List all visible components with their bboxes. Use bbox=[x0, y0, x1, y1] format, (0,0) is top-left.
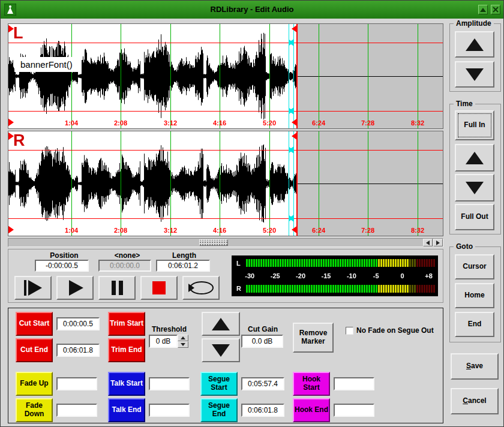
time-group: Time Full In Full Out bbox=[449, 104, 501, 234]
none-marker-field: 0:00:00.0 bbox=[98, 260, 151, 272]
shade-icon bbox=[480, 8, 486, 12]
talk-start-button[interactable]: Talk Start bbox=[108, 372, 145, 396]
waveform-panel-left: L bannerFont() bbox=[8, 23, 443, 129]
threshold-spin-up-button[interactable] bbox=[178, 335, 188, 341]
time-zoom-in-icon bbox=[466, 152, 484, 164]
goto-end-button[interactable]: End bbox=[455, 312, 494, 337]
hook-end-field[interactable] bbox=[334, 404, 374, 417]
scroll-left-button[interactable] bbox=[423, 239, 433, 246]
segue-end-field[interactable]: 0:06:01.8 bbox=[241, 404, 284, 417]
remove-marker-button[interactable]: Remove Marker bbox=[293, 323, 334, 353]
close-icon bbox=[493, 7, 499, 13]
scroll-right-icon bbox=[436, 240, 440, 245]
fade-up-field[interactable] bbox=[56, 377, 97, 390]
talk-end-field[interactable] bbox=[149, 404, 190, 417]
threshold-spinbox[interactable]: 0 dB bbox=[149, 335, 188, 348]
left-channel-label: L bbox=[13, 24, 23, 43]
scrollbar-thumb[interactable] bbox=[199, 239, 228, 246]
talk-end-button[interactable]: Talk End bbox=[108, 398, 145, 422]
cut-gain-label: Cut Gain bbox=[240, 325, 286, 333]
hook-start-field[interactable] bbox=[334, 377, 374, 390]
edit-audio-window: RDLibrary - Edit Audio L bannerFont() R … bbox=[0, 0, 504, 427]
save-button-label: Save bbox=[466, 362, 483, 371]
play-from-start-button[interactable] bbox=[14, 276, 52, 300]
amplitude-group: Amplitude bbox=[449, 23, 501, 92]
play-icon bbox=[62, 278, 88, 297]
gain-down-icon bbox=[212, 344, 230, 357]
goto-cursor-button[interactable]: Cursor bbox=[455, 254, 494, 279]
play-from-start-icon bbox=[20, 278, 46, 297]
time-zoom-in-button[interactable] bbox=[455, 144, 494, 172]
length-label: Length bbox=[154, 251, 214, 260]
cut-end-button[interactable]: Cut End bbox=[16, 338, 53, 362]
threshold-label: Threshold bbox=[145, 325, 193, 333]
segue-start-field[interactable]: 0:05:57.4 bbox=[241, 377, 284, 390]
none-marker-label: <none> bbox=[97, 251, 157, 260]
waveform-canvas-left[interactable] bbox=[8, 24, 443, 128]
pause-button[interactable] bbox=[98, 276, 136, 300]
full-out-button[interactable]: Full Out bbox=[455, 204, 494, 230]
threshold-field[interactable]: 0 dB bbox=[149, 335, 178, 348]
stop-icon bbox=[146, 278, 172, 297]
waveform-panel-right: R bbox=[8, 131, 443, 236]
position-label: Position bbox=[31, 251, 97, 260]
segue-end-button[interactable]: Segue End bbox=[200, 398, 238, 422]
cut-gain-field[interactable]: 0.0 dB bbox=[241, 335, 283, 348]
gain-down-button[interactable] bbox=[202, 338, 240, 362]
trim-start-button[interactable]: Trim Start bbox=[108, 312, 145, 336]
segue-start-button[interactable]: Segue Start bbox=[200, 372, 238, 396]
fade-down-field[interactable] bbox=[56, 404, 97, 417]
talk-start-field[interactable] bbox=[149, 377, 190, 390]
banner-label: bannerFont() bbox=[14, 57, 79, 72]
amplitude-down-icon bbox=[466, 68, 484, 81]
cut-end-field[interactable]: 0:06:01.8 bbox=[56, 344, 100, 357]
no-fade-checkbox[interactable] bbox=[346, 327, 353, 335]
loop-button[interactable] bbox=[182, 276, 220, 300]
stop-button[interactable] bbox=[140, 276, 178, 300]
amplitude-up-icon bbox=[466, 38, 484, 51]
play-button[interactable] bbox=[56, 276, 94, 300]
waveform-scrollbar[interactable] bbox=[8, 238, 443, 247]
cut-start-field[interactable]: 0:00:00.5 bbox=[56, 317, 100, 330]
loop-icon bbox=[187, 278, 215, 297]
amplitude-group-label: Amplitude bbox=[454, 19, 494, 28]
close-button[interactable] bbox=[491, 5, 500, 14]
no-fade-checkbox-label: No Fade on Segue Out bbox=[356, 326, 446, 335]
pause-icon bbox=[104, 278, 130, 297]
markers-panel: Cut Start 0:00:00.5 Trim Start Threshold… bbox=[8, 308, 443, 423]
cut-start-button[interactable]: Cut Start bbox=[16, 312, 53, 336]
audio-meter bbox=[232, 255, 438, 296]
gain-up-icon bbox=[212, 318, 230, 330]
position-field[interactable]: -0:00:00.5 bbox=[35, 260, 89, 272]
amplitude-down-button[interactable] bbox=[455, 61, 494, 88]
titlebar[interactable]: RDLibrary - Edit Audio bbox=[1, 1, 503, 19]
spin-down-icon bbox=[181, 343, 185, 346]
spin-up-icon bbox=[181, 336, 185, 339]
trim-end-button[interactable]: Trim End bbox=[108, 338, 145, 362]
window-title: RDLibrary - Edit Audio bbox=[1, 1, 503, 19]
scroll-left-icon bbox=[426, 240, 430, 245]
right-channel-label: R bbox=[13, 131, 25, 150]
threshold-spin-down-button[interactable] bbox=[178, 341, 188, 348]
waveform-canvas-right[interactable] bbox=[8, 131, 443, 236]
cancel-button[interactable]: Cancel bbox=[451, 388, 499, 414]
time-zoom-out-button[interactable] bbox=[455, 174, 494, 202]
amplitude-up-button[interactable] bbox=[455, 31, 494, 58]
goto-group: Goto Cursor Home End bbox=[449, 246, 501, 342]
full-in-button[interactable]: Full In bbox=[455, 110, 494, 140]
shade-button[interactable] bbox=[478, 5, 488, 14]
length-field[interactable]: 0:06:01.2 bbox=[156, 260, 210, 272]
time-group-label: Time bbox=[454, 100, 475, 108]
save-button[interactable]: Save bbox=[451, 353, 499, 380]
fade-down-button[interactable]: Fade Down bbox=[16, 398, 53, 422]
hook-end-button[interactable]: Hook End bbox=[293, 398, 330, 422]
audio-meter-canvas bbox=[233, 257, 437, 295]
transport-frame: Position <none> Length -0:00:00.5 0:00:0… bbox=[8, 249, 443, 303]
goto-home-button[interactable]: Home bbox=[455, 283, 494, 308]
goto-group-label: Goto bbox=[454, 242, 475, 251]
cancel-button-label: Cancel bbox=[463, 397, 486, 405]
scroll-right-button[interactable] bbox=[433, 239, 443, 246]
hook-start-button[interactable]: Hook Start bbox=[293, 372, 330, 396]
gain-up-button[interactable] bbox=[202, 312, 240, 336]
fade-up-button[interactable]: Fade Up bbox=[16, 372, 53, 396]
